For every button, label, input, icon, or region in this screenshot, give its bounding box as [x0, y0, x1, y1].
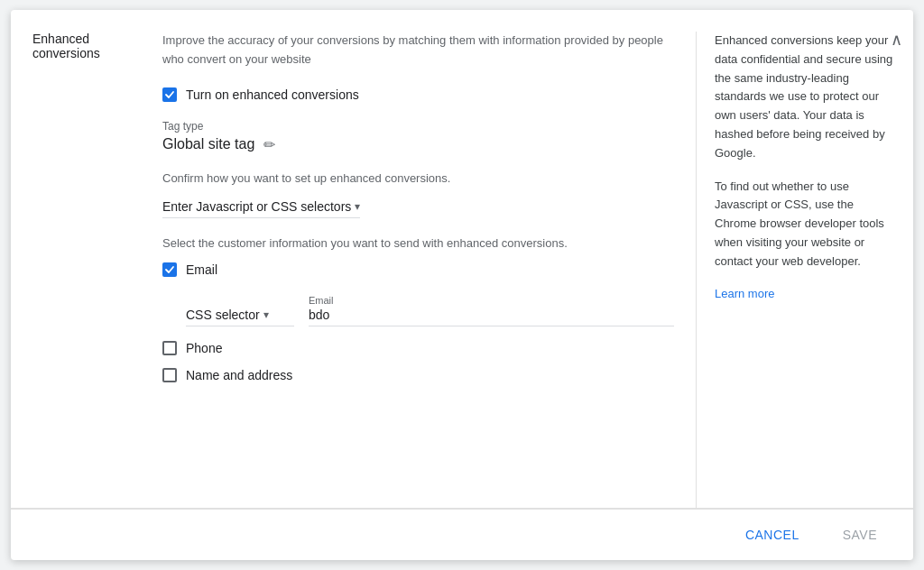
learn-more-link[interactable]: Learn more [715, 287, 774, 300]
sidebar-text-2: To find out whether to use Javascript or… [715, 178, 895, 271]
email-checkbox[interactable] [162, 262, 177, 277]
description-text: Improve the accuracy of your conversions… [162, 32, 674, 69]
confirm-label: Confirm how you want to set up enhanced … [162, 171, 674, 185]
email-checkbox-row: Email [162, 262, 674, 277]
main-content: Improve the accuracy of your conversions… [155, 32, 697, 508]
edit-icon[interactable]: ✏ [263, 136, 275, 153]
phone-checkbox-row: Phone [162, 341, 674, 355]
section-label: Enhanced conversions [11, 32, 155, 508]
email-input-row[interactable]: bdo [309, 308, 674, 326]
tag-type-field-label: Tag type [162, 120, 674, 133]
name-address-checkbox-row: Name and address [162, 368, 674, 382]
turn-on-checkbox-row: Turn on enhanced conversions [162, 87, 674, 102]
email-fields-row: CSS selector ▾ Email bdo [186, 295, 674, 326]
turn-on-label: Turn on enhanced conversions [186, 87, 359, 102]
tag-type-value: Global site tag [162, 136, 254, 152]
dialog-footer: CANCEL SAVE [11, 509, 913, 560]
cancel-button[interactable]: CANCEL [731, 520, 814, 549]
email-field-label: Email [309, 295, 674, 306]
setup-select-text: Enter Javascript or CSS selectors [162, 199, 351, 214]
css-selector-select[interactable]: CSS selector ▾ [186, 304, 294, 326]
turn-on-checkbox[interactable] [162, 87, 177, 102]
sidebar: ∧ Enhanced conversions keep your data co… [697, 32, 913, 508]
email-value: bdo [309, 308, 329, 322]
save-button[interactable]: SAVE [828, 520, 892, 549]
close-icon[interactable]: ∧ [891, 32, 902, 48]
email-label: Email [186, 262, 217, 277]
setup-select[interactable]: Enter Javascript or CSS selectors ▾ [162, 196, 360, 218]
customer-info-label: Select the customer information you want… [162, 236, 674, 250]
css-selector-text: CSS selector [186, 308, 260, 322]
sidebar-text-1: Enhanced conversions keep your data conf… [715, 32, 895, 163]
enhanced-conversions-dialog: Enhanced conversions Improve the accurac… [11, 10, 913, 560]
email-section: Email CSS selector ▾ Email bdo [162, 262, 674, 326]
phone-label: Phone [186, 341, 222, 355]
email-value-wrapper: Email bdo [309, 295, 674, 326]
setup-select-arrow-icon: ▾ [355, 200, 360, 213]
name-address-label: Name and address [186, 368, 292, 382]
tag-type-row: Global site tag ✏ [162, 136, 674, 153]
phone-checkbox[interactable] [162, 341, 177, 355]
name-address-checkbox[interactable] [162, 368, 177, 382]
css-selector-arrow-icon: ▾ [263, 308, 269, 321]
